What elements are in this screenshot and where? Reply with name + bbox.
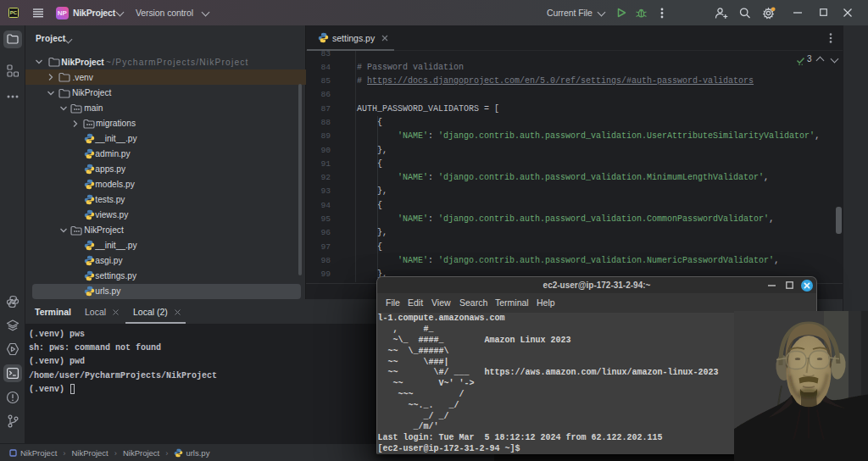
- svg-text:PC: PC: [10, 10, 18, 15]
